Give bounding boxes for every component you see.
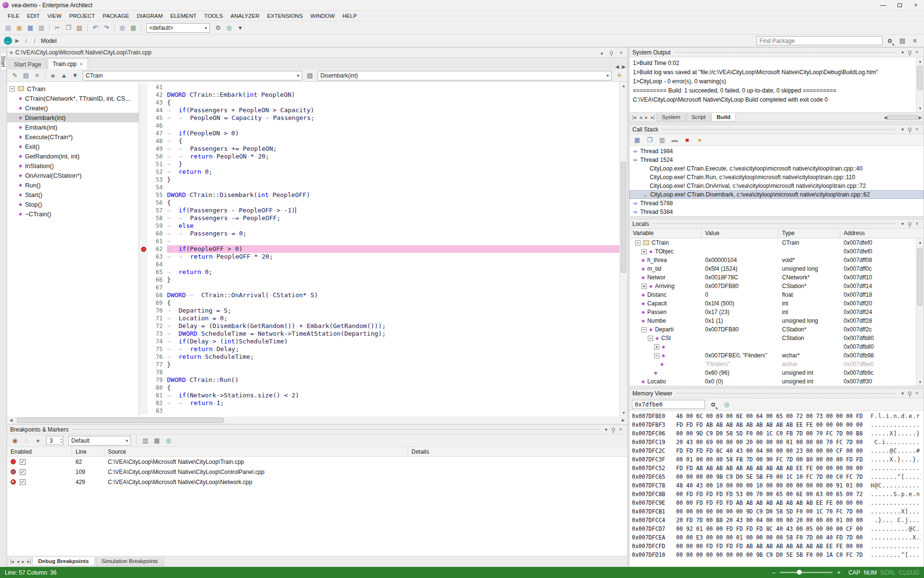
breakpoint-margin[interactable]: [139, 176, 148, 184]
search-icon[interactable]: [885, 36, 895, 46]
breadcrumb[interactable]: Model: [41, 38, 57, 44]
breakpoint-margin[interactable]: [139, 368, 148, 376]
member-list-icon[interactable]: ▤: [305, 70, 315, 81]
code-line[interactable]: 52→return·0;: [139, 168, 619, 176]
breakpoint-margin[interactable]: [139, 392, 148, 399]
menu-package[interactable]: PACKAGE: [99, 12, 133, 20]
code-line[interactable]: 74→if(Delay·>·(int)ScheduleTime): [139, 338, 619, 345]
hamburger-menu-icon[interactable]: ≡: [910, 36, 920, 46]
memory-row[interactable]: 0x007DFBE046 00 6C 00 69 00 6E 00 64 00 …: [632, 412, 921, 420]
menu-analyzer[interactable]: ANALYZER: [227, 12, 263, 20]
refresh-icon[interactable]: ◎: [163, 435, 174, 446]
chevron-down-icon[interactable]: ▾: [603, 427, 610, 432]
locals-row[interactable]: −◆0x007DFBE0, "Flinders"wchar*0x007dfb98: [629, 351, 916, 360]
prev-member-icon[interactable]: ▲: [59, 70, 69, 81]
tree-expander-icon[interactable]: −: [642, 327, 647, 332]
scroll-up-icon[interactable]: ▲: [620, 82, 627, 90]
code-line[interactable]: 83: [139, 407, 619, 415]
memory-row[interactable]: 0x007DFC3F00 01 00 00 00 58 FB 7D 00 90 …: [632, 455, 921, 464]
breakpoint-margin[interactable]: [139, 168, 148, 176]
code-line[interactable]: 62→if(PeopleOFF·>·0): [139, 245, 619, 253]
tree-item[interactable]: ◆Exit(): [7, 142, 139, 151]
scroll-right-icon[interactable]: ▶: [619, 417, 627, 424]
scroll-track[interactable]: [916, 65, 924, 105]
code-editor[interactable]: 4142DWORD·CTrain::Embark(int·PeopleON)43…: [139, 82, 619, 417]
code-vertical-scrollbar[interactable]: ▲ ▼: [619, 82, 627, 417]
breakpoint-margin[interactable]: [139, 399, 148, 407]
locals-row[interactable]: +◆0x007dfb80: [629, 342, 916, 351]
new-file-icon[interactable]: ▤: [3, 23, 13, 33]
layout-icon[interactable]: ▦: [152, 435, 162, 446]
collapse-icon[interactable]: ▴: [598, 50, 605, 55]
code-line[interactable]: 42DWORD·CTrain::Embark(int·PeopleON): [139, 91, 619, 99]
tab-last-icon[interactable]: ▸|: [26, 559, 33, 564]
code-line[interactable]: 76→return·ScheduleTime;: [139, 353, 619, 361]
delete-breakpoints-icon[interactable]: ◌: [21, 435, 32, 446]
tab-first-icon[interactable]: |◂: [9, 559, 15, 564]
breakpoint-margin[interactable]: [139, 268, 148, 276]
menu-help[interactable]: HELP: [339, 12, 361, 20]
code-horizontal-scrollbar[interactable]: ◀ ▶: [7, 417, 628, 424]
code-line[interactable]: 57→if(Passengers·-·PeopleOFF·>·-1): [139, 207, 619, 214]
start-vertical-tab[interactable]: Start: [0, 52, 7, 71]
sync-icon[interactable]: ◎: [224, 23, 234, 33]
zoom-slider[interactable]: [780, 572, 833, 573]
intellisense-wand-icon[interactable]: ✳: [614, 70, 625, 81]
scroll-thumb[interactable]: [917, 66, 923, 90]
locals-row[interactable]: +◆TObjec0x007dfef0: [629, 247, 916, 256]
tree-expander-icon[interactable]: −: [654, 353, 659, 358]
breakpoint-margin[interactable]: [139, 261, 148, 268]
column-value[interactable]: Value: [702, 229, 779, 238]
locals-row[interactable]: ◆h_threa0x00000104void*0x007dff08: [629, 256, 916, 264]
next-member-icon[interactable]: ▼: [70, 70, 80, 81]
tree-expander-icon[interactable]: −: [648, 336, 653, 341]
column-enabled[interactable]: Enabled: [7, 447, 72, 456]
pin-icon[interactable]: [608, 51, 615, 54]
tab-script[interactable]: Script: [686, 113, 711, 121]
maximize-button[interactable]: [891, 0, 908, 10]
search-icon[interactable]: [708, 399, 719, 410]
breakpoint-checkbox[interactable]: ✓: [20, 479, 26, 485]
code-line[interactable]: 69{: [139, 299, 619, 307]
tab-scroll-left-icon[interactable]: ◀: [614, 64, 621, 69]
scroll-down-icon[interactable]: ▼: [916, 105, 924, 112]
call-stack-thread[interactable]: ⇒Thread 5384: [629, 208, 924, 216]
tab-first-icon[interactable]: |◂: [631, 115, 638, 120]
locals-row[interactable]: ◆Capacit0x1f4 (500)int0x007dff20: [629, 299, 916, 308]
memory-row[interactable]: 0x007DFC52FD FD AB AB AB AB AB AB AB AB …: [632, 464, 921, 473]
locals-row[interactable]: ◆Passen0x17 (23)int0x007dff24: [629, 308, 916, 316]
code-line[interactable]: 47→if(PeopleON·>·0): [139, 130, 619, 137]
tree-root[interactable]: − CTrain: [7, 84, 139, 93]
menu-window[interactable]: WINDOW: [307, 12, 338, 20]
code-line[interactable]: 66}: [139, 276, 619, 284]
code-line[interactable]: 58→→Passengers·-=·PeopleOFF;: [139, 214, 619, 222]
code-line[interactable]: 82→→return·1;: [139, 399, 619, 407]
code-line[interactable]: 75→→return·Delay;: [139, 345, 619, 353]
menu-element[interactable]: ELEMENT: [167, 12, 200, 20]
code-line[interactable]: 73→DWORD·ScheduleTime·=·Network->TimeAtS…: [139, 330, 619, 338]
tree-expander-icon[interactable]: +: [654, 344, 659, 350]
close-panel-icon[interactable]: ×: [913, 127, 921, 132]
call-stack-frame[interactable]: CityLoop.exe! CTrain.Run, c:\vea\cityloo…: [629, 173, 924, 182]
tab-start-page[interactable]: Start Page: [9, 59, 47, 69]
pin-icon[interactable]: [906, 222, 913, 225]
close-button[interactable]: ×: [908, 0, 924, 10]
locals-row[interactable]: −◆CStCStation0x007dfb80: [629, 334, 916, 342]
tab-debug-breakpoints[interactable]: Debug Breakpoints: [32, 557, 94, 566]
tree-expander-icon[interactable]: +: [642, 249, 647, 254]
breakpoint-icon[interactable]: [141, 247, 146, 252]
code-line[interactable]: 80{: [139, 384, 619, 392]
breakpoint-margin[interactable]: [139, 207, 148, 214]
code-line[interactable]: 63→→return·PeopleOFF·*·20;: [139, 253, 619, 261]
call-stack-thread[interactable]: ⇒Thread 1984: [629, 147, 924, 156]
chevron-down-icon[interactable]: ▾: [899, 50, 906, 55]
tree-expander-icon[interactable]: +: [642, 284, 647, 289]
scroll-up-icon[interactable]: ▲: [916, 57, 924, 65]
close-panel-icon[interactable]: ×: [617, 427, 624, 432]
locals-row[interactable]: ◆m_tid0x5f4 (1524)unsigned long0x007dff0…: [629, 264, 916, 273]
breakpoint-margin[interactable]: [139, 214, 148, 222]
breakpoint-row[interactable]: ✓109C:\VEA\CityLoop\Microsoft Native\Cit…: [7, 467, 627, 477]
code-line[interactable]: 45→→PeopleON·=·Capacity·-·Passengers;: [139, 114, 619, 122]
find-package-input[interactable]: [757, 36, 883, 45]
locals-row[interactable]: ◆Numbe0x1 (1)unsigned long0x007dff28: [629, 316, 916, 325]
